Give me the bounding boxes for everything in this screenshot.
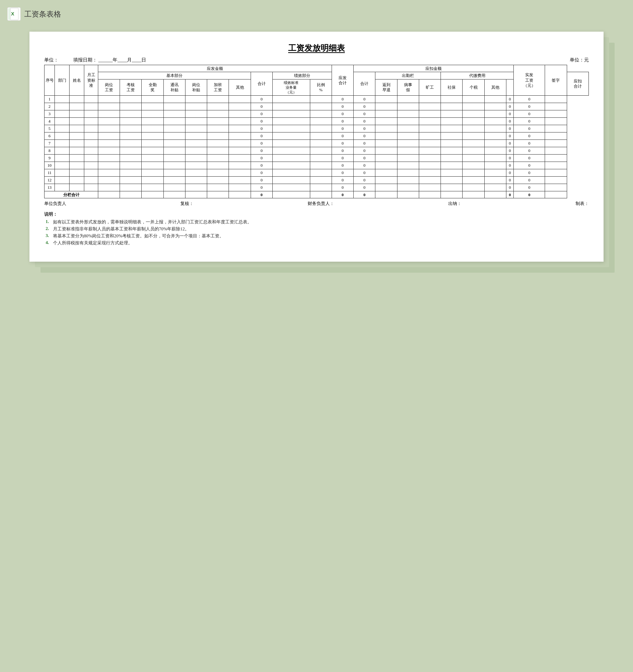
unit-right: 单位：元: [570, 57, 589, 63]
note-item: 3. 将基本工资分为80%岗位工资和20%考核工资。如不分，可合并为一个项目：基…: [46, 233, 589, 239]
sick-leave-1[interactable]: [397, 95, 419, 103]
name-1[interactable]: [70, 95, 84, 103]
monthly-1[interactable]: [84, 95, 98, 103]
header-should-deduct: 应扣金额: [354, 65, 514, 72]
tax-1[interactable]: [463, 95, 484, 103]
header-dept: 部门: [55, 65, 70, 96]
header-full-attendance: 全勤奖: [142, 79, 163, 95]
header-tax: 代缴费用: [441, 72, 514, 79]
header-perf-part: 绩效部分: [272, 72, 332, 79]
header-perf-ratio: 比例%: [310, 79, 332, 95]
social-1[interactable]: [441, 95, 463, 103]
excel-icon: X: [7, 7, 21, 21]
deduct-total-1: 0: [506, 95, 513, 103]
post-sub-1[interactable]: [185, 95, 207, 103]
header-perf-std: 绩效标准业务量（元）: [272, 79, 310, 95]
table-row: 8 0 0 0 00: [45, 147, 589, 154]
signature-1[interactable]: [545, 95, 567, 103]
comm-sub-1[interactable]: [163, 95, 185, 103]
table-row: 11 0 0 0 00: [45, 169, 589, 176]
table-row: 3 0 0 0 00: [45, 110, 589, 117]
should-total-1: 0: [354, 95, 375, 103]
header-comm-subsidy: 通讯补贴: [163, 79, 185, 95]
header-actual-pay: 实发工资（元）: [514, 65, 545, 96]
late-early-1[interactable]: [375, 95, 397, 103]
header-other-basic: 其他: [229, 79, 251, 95]
notes-title: 说明：: [44, 211, 589, 217]
table-row: 1 0 0 0: [45, 95, 589, 103]
unit-label: 单位：: [44, 57, 59, 63]
notes-list: 1. 如有以工资表外形式发放的，需单独说明细表，一并上报，并计入部门工资汇总表和…: [44, 219, 589, 246]
post-sal-1[interactable]: [98, 95, 120, 103]
fill-date-label: 填报日期： ______年____月____日: [73, 57, 146, 63]
seq-2: 2: [45, 103, 55, 110]
header-assess-salary: 考核工资: [120, 79, 142, 95]
document-title: 工资发放明细表: [44, 43, 589, 54]
header-basic-total: 合计: [251, 72, 272, 95]
seq-1: 1: [45, 95, 55, 103]
header-sick-leave: 病事假: [397, 79, 419, 95]
table-row: 10 0 0 0 00: [45, 162, 589, 169]
subtotal-label: 分栏合计: [45, 191, 98, 198]
header-seq: 序号: [45, 65, 55, 96]
dept-1[interactable]: [55, 95, 70, 103]
basic-total-1: 0: [251, 95, 272, 103]
header-signature: 签字: [545, 65, 567, 96]
app-title: 工资条表格: [24, 9, 61, 19]
cashier: 出纳：: [448, 201, 462, 207]
review: 复核：: [180, 201, 194, 207]
subtotal-row: 分栏合计 0 0 0 00: [45, 191, 589, 198]
other-deduct-1[interactable]: [484, 95, 506, 103]
header-absent: 旷工: [419, 79, 441, 95]
perf-std-1[interactable]: [272, 95, 310, 103]
finance: 财务负责人：: [308, 201, 334, 207]
note-item: 2. 月工资标准指非年薪制人员的基本工资和年薪制人员的70%年薪除12。: [46, 226, 589, 232]
table-row: 4 0 0 0 00: [45, 117, 589, 125]
header-perf-total: 合计: [354, 72, 375, 95]
made-by: 制表：: [576, 201, 589, 207]
table-row: 5 0 0 0 00: [45, 125, 589, 132]
header-monthly: 月工资标准: [84, 65, 98, 96]
app-header: X 工资条表格: [7, 7, 626, 21]
header-other-deduct: 其他: [484, 79, 506, 95]
header-attendance: 出勤栏: [375, 72, 441, 79]
table-row: 12 0 0 0 00: [45, 176, 589, 184]
main-document: 工资发放明细表 单位： 填报日期： ______年____月____日 单位：元…: [29, 32, 604, 262]
header-basic-part: 基本部分: [98, 72, 251, 79]
table-row: 13 0 0 0 00: [45, 184, 589, 191]
header-post-salary: 岗位工资: [98, 79, 120, 95]
table-row: 6 0 0 0 00: [45, 132, 589, 139]
note-item: 1. 如有以工资表外形式发放的，需单独说明细表，一并上报，并计入部门工资汇总表和…: [46, 219, 589, 225]
actual-pay-1: 0: [514, 95, 545, 103]
header-post-subsidy: 岗位补贴: [185, 79, 207, 95]
overtime-1[interactable]: [207, 95, 229, 103]
table-row: 9 0 0 0 00: [45, 154, 589, 162]
header-name: 姓名: [70, 65, 84, 96]
document-meta: 单位： 填报日期： ______年____月____日 单位：元: [44, 57, 589, 63]
other-basic-1[interactable]: [229, 95, 251, 103]
header-late-early: 返到早退: [375, 79, 397, 95]
perf-ratio-1[interactable]: [310, 95, 332, 103]
unit-leader: 单位负责人: [44, 201, 66, 207]
salary-table: 序号 部门 姓名 月工资标准 应发金额 应发合计 应扣金额 实发工资（元） 签字…: [44, 65, 589, 198]
absent-1[interactable]: [419, 95, 441, 103]
assess-sal-1[interactable]: [120, 95, 142, 103]
note-item: 4. 个人所得税按有关规定采现行方式处理。: [46, 240, 589, 246]
header-should-pay: 应发金额: [98, 65, 332, 72]
signatures-section: 单位负责人 复核： 财务负责人： 出纳： 制表：: [44, 201, 589, 207]
header-overtime: 加班工资: [207, 79, 229, 95]
notes-section: 说明： 1. 如有以工资表外形式发放的，需单独说明细表，一并上报，并计入部门工资…: [44, 211, 589, 246]
full-att-1[interactable]: [142, 95, 163, 103]
page-container: 工资发放明细表 单位： 填报日期： ______年____月____日 单位：元…: [29, 32, 604, 262]
header-should-pay-total: 应发合计: [332, 65, 354, 96]
header-social: 社保: [441, 79, 463, 95]
table-row: 7 0 0 0 00: [45, 139, 589, 147]
table-row: 2 0 0 0 00: [45, 103, 589, 110]
perf-total-1: 0: [332, 95, 354, 103]
header-tax-col: 个税: [463, 79, 484, 95]
header-deduct-total: 应扣合计: [567, 72, 588, 95]
svg-text:X: X: [11, 11, 14, 17]
